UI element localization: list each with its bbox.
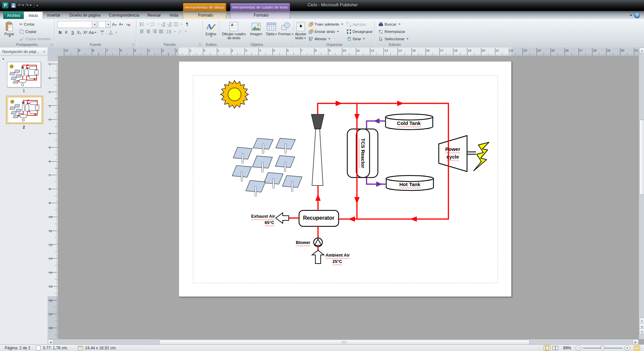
tab-correspondencia[interactable]: Correspondencia — [104, 12, 144, 19]
cut-button[interactable]: ✂ Cortar — [18, 21, 52, 28]
dialog-launcher-icon[interactable]: ↘ — [198, 43, 201, 46]
scroll-up-icon[interactable]: ▲ — [639, 48, 644, 54]
replace-button[interactable]: ab ac Reemplazar — [377, 28, 414, 35]
ambient-air-label[interactable]: Ambient Air — [325, 253, 350, 258]
minimize-ribbon-icon[interactable]: ▲ — [629, 13, 633, 17]
line-spacing-icon[interactable] — [167, 29, 172, 34]
zoom-slider[interactable] — [583, 348, 623, 349]
two-page-view-button[interactable] — [552, 345, 559, 351]
copy-button[interactable]: Copiar — [18, 28, 52, 35]
fit-page-button[interactable] — [634, 345, 640, 351]
page-thumbnail-1[interactable]: 1 — [6, 62, 42, 93]
heliostat-panel[interactable] — [232, 166, 251, 181]
draw-text-box-button[interactable]: A Dibujar cuadro de texto — [220, 20, 247, 42]
ungroup-button[interactable]: Desagrupar — [345, 28, 374, 35]
publication-page[interactable]: Cold Tank Hot Tank TCS Reactor Power cyc… — [179, 61, 512, 297]
tab-archivo[interactable]: Archivo — [3, 11, 24, 19]
paste-button[interactable]: Pegar — [2, 20, 17, 42]
align-right-icon[interactable] — [152, 29, 157, 34]
tab-revisar[interactable]: Revisar — [145, 12, 164, 19]
heliostat-panel[interactable] — [276, 138, 295, 154]
tab-inicio[interactable]: Inicio — [24, 12, 43, 19]
heliostat-panel[interactable] — [246, 180, 265, 196]
heliostat-panel[interactable] — [275, 156, 295, 172]
align-left-icon[interactable] — [140, 29, 144, 34]
dialog-launcher-icon[interactable]: ↘ — [50, 43, 53, 46]
send-backward-button[interactable]: Enviar atrás — [307, 28, 345, 35]
zoom-slider-thumb[interactable] — [601, 346, 604, 351]
undo-button[interactable]: ↶ — [18, 2, 24, 8]
font-size-combo[interactable] — [98, 21, 111, 28]
heliostat-field[interactable] — [232, 138, 302, 196]
page-navigation-header[interactable]: Navegación de pági... < — [0, 48, 48, 56]
underline-button[interactable]: S — [70, 29, 76, 36]
rotate-button[interactable]: Girar — [345, 35, 374, 42]
font-name-combo[interactable] — [57, 21, 97, 28]
tab-insertar[interactable]: Insertar — [43, 12, 65, 19]
dialog-launcher-icon[interactable]: ↘ — [131, 43, 135, 46]
publisher-app-icon[interactable]: P — [2, 2, 9, 9]
clear-formatting-button[interactable]: Aa — [125, 21, 131, 28]
next-page-icon[interactable]: ▼̲ — [639, 328, 644, 334]
horizontal-ruler[interactable]: 1098765432101234567891011121314151617181… — [58, 48, 639, 56]
ambient-air-arrow[interactable] — [312, 250, 324, 264]
cold-tank-label[interactable]: Cold Tank — [397, 120, 420, 126]
find-button[interactable]: Buscar — [377, 21, 414, 28]
tower-body[interactable] — [312, 129, 323, 185]
character-spacing-button[interactable]: AV↔ — [99, 29, 105, 36]
workspace[interactable]: Cold Tank Hot Tank TCS Reactor Power cyc… — [58, 56, 639, 339]
ambient-temp-label[interactable]: 25°C — [332, 259, 342, 264]
blower-shape[interactable] — [314, 238, 322, 247]
decrease-indent-icon[interactable] — [161, 22, 166, 27]
change-case-button[interactable]: Aa — [89, 29, 96, 36]
zoom-out-button[interactable]: − — [575, 345, 581, 351]
recuperator-label[interactable]: Recuperator — [303, 215, 334, 221]
font-color-button[interactable]: A — [108, 29, 114, 36]
single-page-view-button[interactable] — [544, 345, 551, 351]
superscript-button[interactable]: X² — [82, 29, 88, 36]
heliostat-panel[interactable] — [252, 156, 272, 173]
lightning-bolt[interactable] — [474, 142, 489, 171]
wrap-text-button[interactable]: Ajustar texto — [295, 20, 307, 42]
align-center-icon[interactable] — [146, 29, 151, 34]
styles-button[interactable]: A Estilos — [204, 20, 218, 42]
help-icon[interactable]: ? — [634, 12, 640, 18]
show-paragraph-marks-button[interactable]: ¶ — [184, 21, 190, 27]
select-button[interactable]: Seleccionar — [377, 35, 414, 42]
insert-table-button[interactable]: Tabla — [265, 20, 278, 42]
heliostat-panel[interactable] — [233, 147, 252, 164]
page-indicator[interactable]: Página: 2 de 2 — [5, 346, 30, 350]
paragraph-fill-icon[interactable] — [178, 29, 182, 34]
generator-shaft[interactable] — [467, 152, 476, 154]
hot-tank-label[interactable]: Hot Tank — [399, 181, 420, 187]
exhaust-temp-label[interactable]: 65°C — [264, 220, 274, 225]
bullets-icon[interactable] — [140, 22, 144, 27]
vertical-scrollbar[interactable]: ▲ ▼ ▲̲ ▼̲ — [639, 48, 644, 339]
group-button[interactable]: Agrupar — [345, 21, 374, 28]
redo-button[interactable]: ↷ — [26, 2, 32, 8]
nav-expander-row[interactable] — [0, 56, 48, 61]
qat-customize-button[interactable]: ▾ — [37, 4, 38, 7]
exhaust-air-arrow[interactable] — [276, 213, 289, 223]
exhaust-air-label[interactable]: Exhaust Air — [251, 214, 275, 219]
tab-formato-dibujo[interactable]: Formato — [192, 12, 219, 19]
collapse-panel-icon[interactable]: < — [43, 50, 45, 54]
blower-label[interactable]: Blower — [296, 240, 310, 245]
bold-button[interactable]: N — [57, 29, 63, 36]
tcs-reactor-label[interactable]: TCS Reactor — [360, 138, 366, 168]
shapes-button[interactable]: Formas — [278, 20, 293, 42]
align-objects-button[interactable]: Alinear — [307, 35, 345, 42]
object-position-value[interactable]: 3,77; 1,76 cm. — [43, 346, 68, 350]
heliostat-panel[interactable] — [264, 173, 283, 188]
numbering-icon[interactable]: 12 — [150, 22, 155, 27]
bring-forward-button[interactable]: Traer adelante — [307, 21, 345, 28]
horizontal-scrollbar-thumb[interactable] — [159, 340, 530, 345]
grow-font-button[interactable]: A▲ — [112, 21, 117, 28]
solar-tower[interactable] — [311, 114, 324, 185]
columns-icon[interactable] — [174, 22, 178, 27]
sun-shape[interactable] — [221, 80, 248, 108]
heliostat-panel[interactable] — [282, 176, 302, 192]
zoom-level[interactable]: 89% — [563, 346, 571, 350]
zoom-in-button[interactable]: + — [624, 345, 630, 351]
justify-icon[interactable] — [159, 29, 163, 34]
